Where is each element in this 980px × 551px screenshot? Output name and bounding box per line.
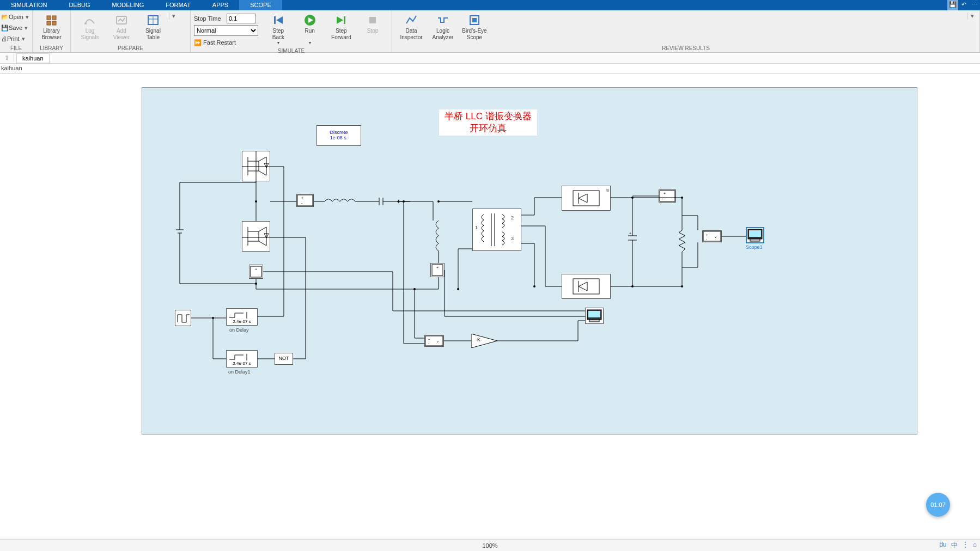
block-lm-sensor[interactable]: + <box>430 263 445 277</box>
group-prepare-label: PREPARE <box>71 45 190 52</box>
svg-point-79 <box>212 317 214 319</box>
svg-point-80 <box>413 288 416 290</box>
library-browser-button[interactable]: Library Browser <box>36 13 67 40</box>
svg-rect-68 <box>588 311 600 317</box>
block-inductor[interactable] <box>325 197 357 206</box>
ribbon: 📂 Open▾ 💾 Save▾ 🖨 Print▾ FILE Library Br… <box>0 10 980 53</box>
tab-scope[interactable]: SCOPE <box>239 0 282 10</box>
save-quick-icon[interactable]: 💾 <box>947 0 958 10</box>
recording-timer-badge[interactable]: 01:07 <box>926 493 950 517</box>
svg-text:v: v <box>437 340 439 343</box>
svg-point-71 <box>437 200 440 203</box>
svg-rect-0 <box>47 16 51 20</box>
save-button[interactable]: 💾 Save▾ <box>1 22 30 33</box>
print-button[interactable]: 🖨 Print▾ <box>1 33 27 44</box>
birdseye-scope-button[interactable]: Bird's-Eye Scope <box>459 13 490 40</box>
svg-rect-14 <box>344 16 345 24</box>
svg-rect-58 <box>749 230 761 237</box>
simulation-mode-select[interactable]: Normal <box>194 25 258 36</box>
logic-analyzer-button[interactable]: Logic Analyzer <box>427 13 459 40</box>
model-canvas[interactable]: 半桥 LLC 谐振变换器开环仿真 Discrete 1e-08 s. + +- <box>0 74 980 538</box>
fast-restart-button[interactable]: ⏩ Fast Restart <box>194 37 258 48</box>
open-button[interactable]: 📂 Open▾ <box>1 11 31 22</box>
nav-up-icon[interactable]: ⇧ <box>0 54 14 62</box>
wires <box>142 88 917 434</box>
block-output-cap[interactable]: + <box>628 224 637 256</box>
svg-text:m: m <box>606 188 609 192</box>
svg-rect-9 <box>274 16 276 24</box>
block-current-sensor[interactable]: + <box>249 265 263 279</box>
block-on-delay[interactable]: 2.4e-07 s <box>226 308 258 326</box>
breadcrumb-item[interactable]: kaihuan <box>16 53 50 63</box>
tray-icon-1[interactable]: du <box>939 541 946 550</box>
stop-time-input[interactable] <box>227 14 256 23</box>
svg-rect-1 <box>52 16 56 20</box>
block-load-resistor[interactable] <box>678 226 686 256</box>
block-vmeas-1[interactable]: +- <box>296 194 314 207</box>
step-back-button[interactable]: Step Back▾ <box>263 13 294 45</box>
birdseye-icon <box>468 14 481 27</box>
on-delay1-label: on Delay1 <box>228 369 251 375</box>
step-back-icon <box>272 14 285 27</box>
signal-table-button[interactable]: Signal Table <box>137 13 169 40</box>
diagram-area[interactable]: 半桥 LLC 谐振变换器开环仿真 Discrete 1e-08 s. + +- <box>142 87 917 434</box>
tab-modeling[interactable]: MODELING <box>101 0 155 10</box>
stop-button: Stop <box>357 13 388 34</box>
tab-format[interactable]: FORMAT <box>155 0 202 10</box>
block-lm[interactable] <box>433 221 444 251</box>
svg-rect-42 <box>573 279 599 294</box>
block-diode-top[interactable]: m <box>562 186 611 211</box>
svg-point-76 <box>631 285 634 287</box>
group-review-label: REVIEW RESULTS <box>392 45 979 52</box>
block-scope3[interactable] <box>746 227 764 243</box>
library-icon <box>45 14 58 27</box>
block-powergui[interactable]: Discrete 1e-08 s. <box>316 125 361 146</box>
block-controlled-port[interactable] <box>397 197 410 206</box>
inspector-icon <box>405 14 418 27</box>
prepare-more-icon[interactable]: ▾ <box>169 13 178 20</box>
svg-marker-13 <box>337 16 343 24</box>
tray-icon-2[interactable]: 中 <box>951 541 958 550</box>
tray-icon-3[interactable]: ⋮ <box>962 541 969 550</box>
svg-rect-17 <box>472 18 477 22</box>
run-icon <box>303 14 316 27</box>
run-button[interactable]: Run▾ <box>294 13 326 45</box>
svg-marker-39 <box>579 194 587 203</box>
review-more-icon[interactable]: ▾ <box>967 13 976 20</box>
tab-apps[interactable]: APPS <box>202 0 239 10</box>
block-scope[interactable] <box>585 308 604 324</box>
tray-icon-4[interactable]: ⌂ <box>973 541 977 550</box>
status-bar: 100% <box>0 539 980 551</box>
block-gain[interactable]: -K- <box>471 334 497 348</box>
block-on-delay1[interactable]: 2.4e-07 s <box>226 350 258 368</box>
add-viewer-button: Add Viewer <box>106 13 137 40</box>
svg-text:+: + <box>706 233 708 236</box>
xfmr-port-2: 2 <box>511 216 514 221</box>
tab-simulation[interactable]: SIMULATION <box>0 0 58 10</box>
zoom-level[interactable]: 100% <box>482 542 497 549</box>
tab-debug[interactable]: DEBUG <box>58 0 101 10</box>
more-icon[interactable]: ⋯ <box>969 0 980 10</box>
block-pulse-gen[interactable] <box>175 310 191 326</box>
block-vmeas-mid[interactable]: +-v <box>424 335 444 347</box>
block-dc-source[interactable] <box>176 224 184 241</box>
data-inspector-button[interactable]: Data Inspector <box>395 13 427 40</box>
step-forward-button[interactable]: Step Forward <box>326 13 357 40</box>
undo-icon[interactable]: ↶ <box>958 0 969 10</box>
svg-rect-50 <box>660 191 675 201</box>
nav-bar: ⇧ kaihuan <box>0 53 980 64</box>
mode-row[interactable]: Normal <box>194 25 258 36</box>
block-vmeas-out[interactable]: +-v <box>702 230 722 242</box>
xfmr-port-3: 3 <box>511 236 514 242</box>
block-transformer[interactable]: 1 2 3 <box>472 209 521 251</box>
block-diode-bottom[interactable] <box>562 274 611 299</box>
block-not[interactable]: NOT <box>275 353 293 365</box>
block-vmeas-top[interactable]: +- <box>659 189 676 203</box>
scope3-label: Scope3 <box>746 244 763 250</box>
block-igbt-top[interactable] <box>242 151 270 181</box>
block-series-cap[interactable] <box>371 197 393 206</box>
svg-point-75 <box>631 197 634 199</box>
svg-marker-33 <box>397 199 399 204</box>
block-igbt-bottom[interactable] <box>242 221 270 252</box>
svg-point-72 <box>255 283 257 285</box>
